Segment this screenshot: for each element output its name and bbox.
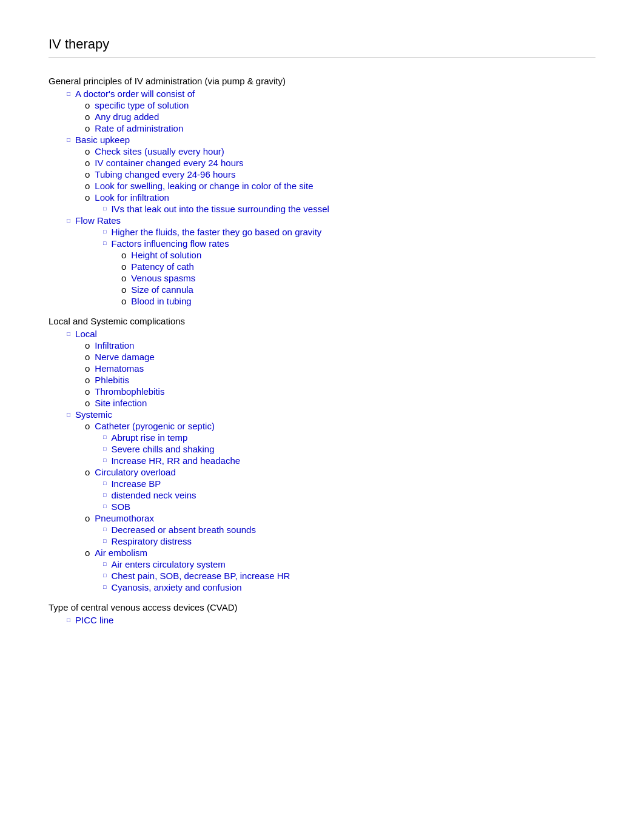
list-item-size-cannula: Size of cannula — [121, 284, 595, 295]
check-sites-label: Check sites (usually every hour) — [95, 146, 224, 156]
list-item-abrupt-rise: Abrupt rise in temp — [103, 432, 595, 443]
systemic-label: Systemic — [75, 409, 112, 420]
list-item-site-infection: Site infection — [85, 398, 595, 408]
list-item-air-enters: Air enters circulatory system — [103, 559, 595, 569]
sob-label: SOB — [111, 501, 130, 512]
list-item-blood-tubing: Blood in tubing — [121, 296, 595, 306]
infiltration-label: Infiltration — [95, 340, 134, 350]
increase-bp-label: Increase BP — [111, 478, 161, 489]
list-item-doctors-order: A doctor's order will consist of — [67, 89, 595, 99]
list-item-circulatory-overload: Circulatory overload — [85, 467, 595, 477]
iv-container-label: IV container changed every 24 hours — [95, 158, 243, 168]
local-label: Local — [75, 329, 97, 339]
doctors-order-label: A doctor's order will consist of — [75, 89, 195, 99]
list-item-look-infiltration: Look for infiltration — [85, 192, 595, 203]
list-item-respiratory-distress: Respiratory distress — [103, 536, 595, 546]
venous-spasms-label: Venous spasms — [131, 273, 195, 283]
thrombophlebitis-label: Thrombophlebitis — [95, 386, 164, 397]
list-item-look-swelling: Look for swelling, leaking or change in … — [85, 181, 595, 191]
list-item-infiltration: Infiltration — [85, 340, 595, 350]
list-item-severe-chills: Severe chills and shaking — [103, 444, 595, 454]
look-infiltration-label: Look for infiltration — [95, 192, 169, 203]
chest-pain-label: Chest pain, SOB, decrease BP, increase H… — [111, 571, 290, 581]
patency-cath-label: Patency of cath — [131, 261, 193, 272]
list-item-flow-rates: Flow Rates — [67, 215, 595, 226]
circulatory-overload-label: Circulatory overload — [95, 467, 175, 477]
air-enters-label: Air enters circulatory system — [111, 559, 225, 569]
list-item-increase-hr: Increase HR, RR and headache — [103, 455, 595, 466]
list-item-hematomas: Hematomas — [85, 363, 595, 374]
factors-influencing-label: Factors influencing flow rates — [111, 238, 229, 249]
section-cvad-header: Type of central venous access devices (C… — [49, 602, 595, 612]
list-item-thrombophlebitis: Thrombophlebitis — [85, 386, 595, 397]
list-item-ivs-leak: IVs that leak out into the tissue surrou… — [103, 204, 595, 214]
rate-admin-label: Rate of administration — [95, 123, 183, 133]
list-item-phlebitis: Phlebitis — [85, 375, 595, 385]
height-solution-label: Height of solution — [131, 250, 201, 260]
list-item-sob: SOB — [103, 501, 595, 512]
list-item-cyanosis: Cyanosis, anxiety and confusion — [103, 582, 595, 592]
basic-upkeep-label: Basic upkeep — [75, 135, 130, 145]
site-infection-label: Site infection — [95, 398, 147, 408]
list-item-picc-line: PICC line — [67, 615, 595, 625]
list-item-check-sites: Check sites (usually every hour) — [85, 146, 595, 156]
list-item-basic-upkeep: Basic upkeep — [67, 135, 595, 145]
catheter-label: Catheter (pyrogenic or septic) — [95, 421, 215, 431]
picc-line-label: PICC line — [75, 615, 113, 625]
air-embolism-label: Air embolism — [95, 548, 147, 558]
respiratory-distress-label: Respiratory distress — [111, 536, 192, 546]
list-item-venous-spasms: Venous spasms — [121, 273, 595, 283]
section-local-systemic-header: Local and Systemic complications — [49, 316, 595, 326]
list-item-catheter: Catheter (pyrogenic or septic) — [85, 421, 595, 431]
list-item-height-solution: Height of solution — [121, 250, 595, 260]
list-item-nerve-damage: Nerve damage — [85, 352, 595, 362]
list-item-specific-solution: specific type of solution — [85, 100, 595, 110]
size-cannula-label: Size of cannula — [131, 284, 193, 295]
list-item-tubing-changed: Tubing changed every 24-96 hours — [85, 169, 595, 179]
hematomas-label: Hematomas — [95, 363, 144, 374]
increase-hr-label: Increase HR, RR and headache — [111, 455, 240, 466]
list-item-any-drug: Any drug added — [85, 112, 595, 122]
specific-solution-label: specific type of solution — [95, 100, 189, 110]
any-drug-label: Any drug added — [95, 112, 159, 122]
list-item-patency-cath: Patency of cath — [121, 261, 595, 272]
list-item-pneumothorax: Pneumothorax — [85, 513, 595, 523]
higher-fluids-label: Higher the fluids, the faster they go ba… — [111, 227, 321, 237]
page-title: IV therapy — [49, 36, 595, 58]
list-item-decreased-breath: Decreased or absent breath sounds — [103, 525, 595, 535]
list-item-air-embolism: Air embolism — [85, 548, 595, 558]
distended-neck-label: distended neck veins — [111, 490, 196, 500]
list-item-distended-neck: distended neck veins — [103, 490, 595, 500]
list-item-local: Local — [67, 329, 595, 339]
nerve-damage-label: Nerve damage — [95, 352, 154, 362]
list-item-increase-bp: Increase BP — [103, 478, 595, 489]
pneumothorax-label: Pneumothorax — [95, 513, 154, 523]
list-item-higher-fluids: Higher the fluids, the faster they go ba… — [103, 227, 595, 237]
flow-rates-label: Flow Rates — [75, 215, 121, 226]
blood-tubing-label: Blood in tubing — [131, 296, 191, 306]
section-general-principles-header: General principles of IV administration … — [49, 76, 595, 86]
list-item-chest-pain: Chest pain, SOB, decrease BP, increase H… — [103, 571, 595, 581]
severe-chills-label: Severe chills and shaking — [111, 444, 214, 454]
decreased-breath-label: Decreased or absent breath sounds — [111, 525, 255, 535]
list-item-factors-influencing: Factors influencing flow rates — [103, 238, 595, 249]
cyanosis-label: Cyanosis, anxiety and confusion — [111, 582, 241, 592]
look-swelling-label: Look for swelling, leaking or change in … — [95, 181, 313, 191]
list-item-systemic: Systemic — [67, 409, 595, 420]
abrupt-rise-label: Abrupt rise in temp — [111, 432, 187, 443]
list-item-iv-container: IV container changed every 24 hours — [85, 158, 595, 168]
ivs-leak-label: IVs that leak out into the tissue surrou… — [111, 204, 329, 214]
list-item-rate-admin: Rate of administration — [85, 123, 595, 133]
phlebitis-label: Phlebitis — [95, 375, 129, 385]
tubing-changed-label: Tubing changed every 24-96 hours — [95, 169, 235, 179]
